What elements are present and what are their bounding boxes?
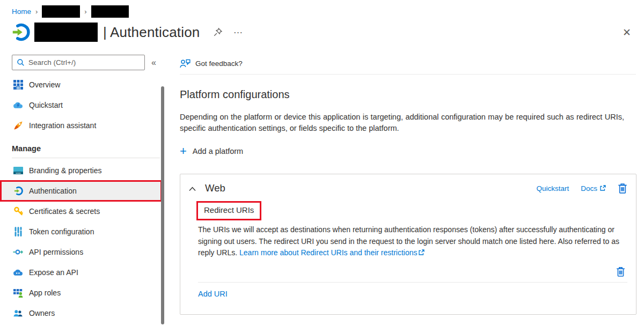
sidebar-item-quickstart[interactable]: Quickstart (0, 95, 162, 115)
command-bar: Got feedback? (180, 53, 636, 75)
sidebar-item-label: Integration assistant (29, 121, 96, 130)
trash-icon (616, 267, 625, 277)
search-icon (17, 58, 25, 66)
owners-people-icon (13, 308, 23, 319)
add-uri-button[interactable]: Add URI (198, 290, 228, 298)
plus-icon: + (180, 147, 187, 156)
web-card-title: Web (205, 182, 225, 194)
sidebar-item-label: Certificates & secrets (29, 207, 100, 216)
sidebar: « Overview (0, 45, 165, 324)
sidebar-item-label: Token configuration (29, 227, 94, 236)
sidebar-nav: Overview Quickstart (0, 75, 165, 323)
breadcrumb-home-link[interactable]: Home (12, 8, 31, 16)
sidebar-search-row: « (0, 55, 165, 70)
sidebar-item-certificates-secrets[interactable]: Certificates & secrets (0, 201, 162, 221)
add-platform-button[interactable]: + Add a platform (180, 147, 243, 156)
uri-list-divider (198, 282, 627, 283)
authentication-icon (13, 186, 23, 196)
external-link-icon (599, 185, 606, 191)
annotation-box-redirect-uris: Redirect URIs (196, 201, 261, 220)
web-card-links: Quickstart Docs (536, 183, 627, 194)
app-registration-logo-icon (11, 23, 30, 42)
token-bars-icon (13, 227, 23, 237)
sidebar-item-authentication[interactable]: Authentication (0, 181, 162, 201)
sidebar-item-label: App roles (29, 288, 61, 297)
key-icon (13, 206, 23, 217)
sidebar-item-label: Quickstart (29, 101, 63, 109)
collapse-section-button[interactable] (189, 186, 196, 191)
external-link-icon (418, 249, 425, 256)
grid-icon (13, 80, 23, 90)
annotation-box-authentication (0, 180, 162, 202)
learn-more-link[interactable]: Learn more about Redirect URIs and their… (239, 248, 417, 257)
main-panel: Got feedback? Platform configurations De… (165, 45, 644, 324)
breadcrumb-redacted-item[interactable] (91, 5, 129, 18)
app-roles-icon (13, 288, 23, 298)
docs-link-label: Docs (581, 184, 597, 193)
platform-configurations-heading: Platform configurations (180, 88, 644, 101)
sidebar-item-app-roles[interactable]: App roles (0, 283, 162, 303)
pin-button[interactable] (213, 27, 223, 37)
title-bar: | Authentication … ✕ (0, 19, 644, 45)
sidebar-item-expose-an-api[interactable]: Expose an API (0, 262, 162, 283)
delete-platform-button[interactable] (618, 183, 627, 194)
sidebar-item-branding-properties[interactable]: www Branding & properties (0, 160, 162, 181)
sidebar-item-label: Authentication (29, 187, 77, 195)
sidebar-item-integration-assistant[interactable]: Integration assistant (0, 115, 162, 136)
close-blade-button[interactable]: ✕ (623, 26, 631, 39)
sidebar-group-divider (12, 158, 160, 158)
search-input[interactable] (28, 58, 140, 66)
add-platform-label: Add a platform (193, 147, 243, 156)
page-title: | Authentication (103, 24, 200, 41)
quickstart-link[interactable]: Quickstart (536, 184, 569, 193)
sidebar-item-token-configuration[interactable]: Token configuration (0, 221, 162, 242)
content-area: « Overview (0, 45, 644, 324)
svg-text:www: www (16, 172, 21, 174)
web-platform-card: Web Quickstart Docs (180, 174, 636, 315)
chevron-up-icon (189, 187, 196, 191)
sidebar-item-label: Branding & properties (29, 166, 101, 175)
api-node-icon (13, 247, 23, 257)
feedback-icon (180, 59, 191, 68)
page-title-redacted-app-name (34, 23, 98, 42)
more-options-button[interactable]: … (233, 27, 244, 37)
sidebar-item-owners[interactable]: Owners (0, 303, 162, 323)
sidebar-item-overview[interactable]: Overview (0, 75, 162, 95)
docs-link[interactable]: Docs (581, 184, 606, 193)
sidebar-item-label: API permissions (29, 248, 83, 256)
sidebar-item-label: Overview (29, 80, 60, 89)
sidebar-collapse-button[interactable]: « (151, 58, 156, 68)
breadcrumb-redacted-item[interactable] (42, 5, 80, 18)
delete-uri-button[interactable] (616, 267, 625, 277)
cloud-quickstart-icon (13, 100, 23, 110)
rocket-icon (13, 121, 23, 131)
redirect-uri-row (189, 259, 627, 282)
breadcrumb-separator: › (35, 8, 38, 16)
got-feedback-button[interactable]: Got feedback? (195, 60, 243, 68)
cloud-api-icon (13, 268, 23, 278)
sidebar-item-api-permissions[interactable]: API permissions (0, 242, 162, 262)
redirect-uris-description: The URIs we will accept as destinations … (198, 224, 623, 259)
browser-www-icon: www (13, 166, 23, 176)
breadcrumb: Home › › (0, 0, 644, 17)
sidebar-item-label: Owners (29, 309, 55, 317)
search-box[interactable] (12, 55, 145, 70)
sidebar-scrollbar[interactable] (161, 86, 164, 324)
trash-icon (618, 183, 627, 194)
breadcrumb-separator: › (84, 8, 86, 16)
platform-configurations-description: Depending on the platform or device this… (180, 112, 624, 134)
redirect-uris-heading: Redirect URIs (204, 205, 254, 214)
web-card-header: Web Quickstart Docs (189, 182, 627, 194)
sidebar-group-manage: Manage (0, 136, 165, 158)
sidebar-item-label: Expose an API (29, 268, 78, 277)
pushpin-icon (213, 27, 223, 37)
